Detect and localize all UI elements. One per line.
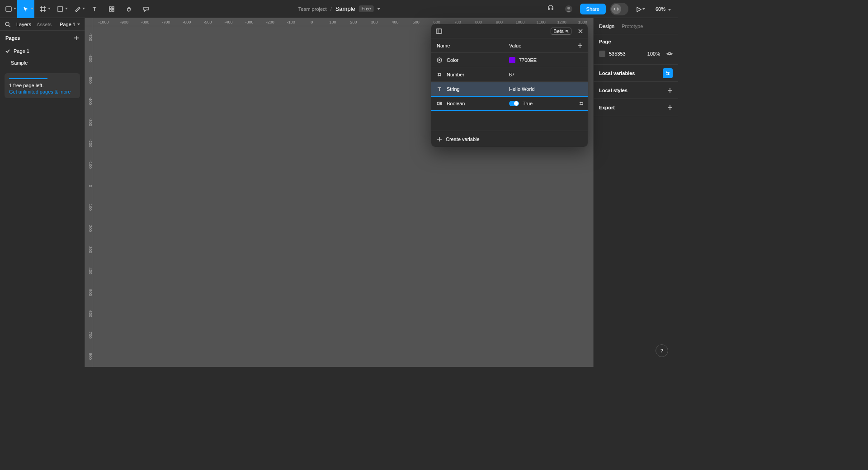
color-type-icon <box>437 57 442 63</box>
add-mode-button[interactable] <box>577 43 583 48</box>
ruler-tick: 600 <box>85 303 93 324</box>
ruler-tick: 100 <box>85 197 93 218</box>
variables-panel: Beta Name Value Color 7700EE Number 67 S… <box>431 24 588 147</box>
ruler-tick: -600 <box>85 47 93 69</box>
ruler-tick: 200 <box>85 218 93 239</box>
variable-row-number[interactable]: Number 67 <box>431 67 588 82</box>
ruler-tick: 800 <box>85 346 93 367</box>
ruler-tick: -500 <box>197 18 218 26</box>
ruler-tick: -100 <box>85 154 93 175</box>
ruler-tick: 400 <box>385 18 406 26</box>
tab-design[interactable]: Design <box>599 24 614 29</box>
comment-tool-button[interactable] <box>137 0 155 18</box>
variable-value: 67 <box>509 72 514 77</box>
column-header-name: Name <box>431 43 504 48</box>
ruler-corner <box>85 18 93 26</box>
dev-mode-toggle[interactable] <box>610 3 628 15</box>
tab-layers[interactable]: Layers <box>16 22 31 27</box>
column-header-value: Value <box>504 43 572 48</box>
svg-rect-5 <box>112 9 114 11</box>
ruler-tick: 100 <box>322 18 343 26</box>
ruler-tick: -500 <box>85 69 93 90</box>
close-button[interactable] <box>578 28 583 34</box>
ruler-tick: 700 <box>85 324 93 346</box>
background-hex[interactable]: 535353 <box>609 51 626 56</box>
page-row[interactable]: Page 1 <box>0 45 85 57</box>
variable-row-boolean[interactable]: Boolean True <box>431 96 588 111</box>
beta-badge[interactable]: Beta <box>551 28 571 35</box>
tab-assets[interactable]: Assets <box>37 22 52 27</box>
frame-tool-button[interactable] <box>34 0 52 18</box>
help-button[interactable] <box>656 344 668 357</box>
layer-row-label: Sample <box>11 60 28 66</box>
add-page-button[interactable] <box>74 35 79 41</box>
svg-rect-2 <box>109 7 111 9</box>
ruler-tick: -900 <box>114 18 135 26</box>
pages-heading: Pages <box>5 35 20 41</box>
project-name[interactable]: Team project <box>298 6 327 12</box>
page-selector-label: Page 1 <box>60 22 75 27</box>
ruler-tick: 0 <box>302 18 322 26</box>
svg-rect-10 <box>436 29 442 33</box>
ruler-tick: -100 <box>281 18 302 26</box>
ruler-tick: 0 <box>85 175 93 197</box>
visibility-toggle[interactable] <box>666 51 673 57</box>
background-opacity[interactable]: 100% <box>647 51 660 56</box>
svg-rect-1 <box>58 7 62 11</box>
add-style-button[interactable] <box>667 88 673 93</box>
variable-value: Hello World <box>509 86 535 92</box>
boolean-toggle[interactable] <box>509 101 519 106</box>
svg-point-9 <box>669 53 670 55</box>
ruler-tick: -700 <box>156 18 176 26</box>
search-icon[interactable] <box>5 21 11 28</box>
add-export-button[interactable] <box>667 105 673 110</box>
external-link-icon <box>565 29 569 33</box>
file-menu-chevron[interactable] <box>377 8 380 10</box>
variable-row-string[interactable]: String Hello World <box>431 82 588 96</box>
create-variable-button[interactable]: Create variable <box>446 136 480 142</box>
chevron-down-icon <box>77 24 80 25</box>
open-variables-button[interactable] <box>663 68 673 78</box>
path-separator: / <box>330 6 332 12</box>
sidebar-toggle-icon[interactable] <box>436 28 442 34</box>
present-button[interactable] <box>633 2 648 16</box>
variable-row-color[interactable]: Color 7700EE <box>431 53 588 67</box>
shape-tool-button[interactable] <box>52 0 69 18</box>
chevron-down-icon <box>14 8 16 9</box>
file-name[interactable]: Sample <box>335 5 355 12</box>
svg-rect-3 <box>112 7 114 9</box>
layer-row[interactable]: Sample <box>0 57 85 69</box>
avatar[interactable] <box>562 2 576 16</box>
voice-chat-button[interactable] <box>544 2 557 16</box>
zoom-level[interactable]: 60% <box>653 6 674 12</box>
local-variables-label: Local variables <box>599 70 635 76</box>
variable-name: Number <box>447 72 464 77</box>
pen-tool-button[interactable] <box>69 0 86 18</box>
variable-name: String <box>447 86 460 92</box>
variable-value: True <box>523 101 533 106</box>
share-button[interactable]: Share <box>580 4 606 14</box>
export-label: Export <box>599 105 615 110</box>
variable-value: 7700EE <box>519 57 537 63</box>
svg-rect-4 <box>109 9 111 11</box>
ruler-tick: 300 <box>85 239 93 260</box>
string-type-icon <box>437 86 442 92</box>
hand-tool-button[interactable] <box>120 0 137 18</box>
usage-bar <box>9 78 47 79</box>
edit-variable-button[interactable] <box>579 101 584 106</box>
plus-icon <box>437 136 442 142</box>
page-selector[interactable]: Page 1 <box>60 22 80 27</box>
svg-point-8 <box>5 22 9 26</box>
svg-rect-0 <box>6 7 11 11</box>
chevron-down-icon <box>82 8 85 9</box>
tab-prototype[interactable]: Prototype <box>622 24 643 29</box>
promo-line2: Get unlimited pages & more <box>9 89 75 94</box>
resources-tool-button[interactable] <box>103 0 120 18</box>
upgrade-promo[interactable]: 1 free page left. Get unlimited pages & … <box>5 73 80 98</box>
background-swatch[interactable] <box>599 51 605 57</box>
ruler-vertical: -700-600-500-400-300-200-100010020030040… <box>85 26 93 367</box>
main-menu-button[interactable] <box>0 0 17 18</box>
ruler-tick: -800 <box>135 18 156 26</box>
move-tool-button[interactable] <box>17 0 34 18</box>
text-tool-button[interactable] <box>86 0 103 18</box>
